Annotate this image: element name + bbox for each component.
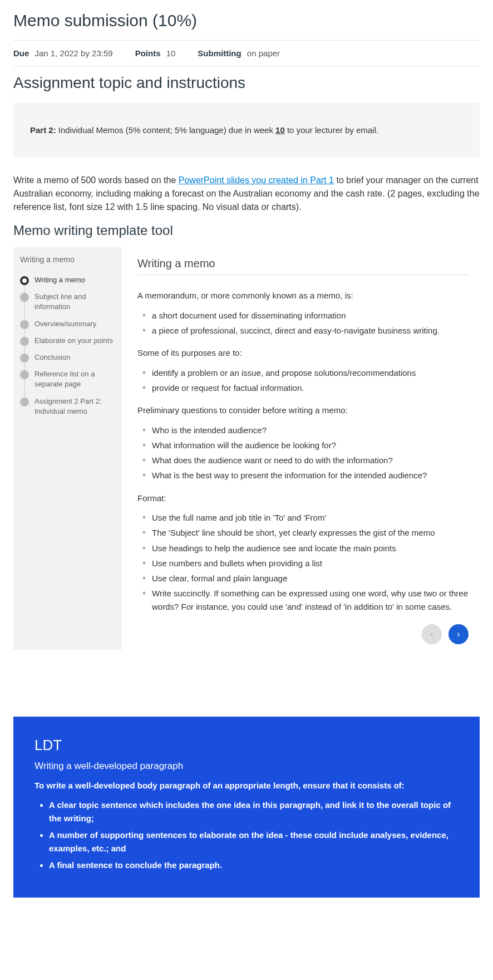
list-item: A number of supporting sentences to elab… (49, 829, 459, 855)
list-item: identify a problem or an issue, and prop… (142, 366, 469, 379)
list-item: Use clear, formal and plain language (142, 572, 469, 585)
list-item: The 'Subject' line should be short, yet … (142, 526, 469, 539)
next-button[interactable]: › (448, 624, 469, 644)
intro-pre: Write a memo of 500 words based on the (13, 175, 179, 185)
tool-nav-label: Writing a memo (34, 275, 85, 285)
list-item: A final sentence to conclude the paragra… (49, 859, 459, 872)
info-box: Part 2: Individual Memos (5% content; 5%… (13, 103, 480, 157)
list-item: What is the best way to present the info… (142, 469, 469, 482)
step-marker-icon (20, 354, 29, 362)
list-item: a piece of professional, succinct, direc… (142, 324, 469, 337)
points-meta: Points 10 (135, 48, 176, 58)
list-item: Use numbers and bullets when providing a… (142, 557, 469, 570)
tool-nav-label: Elaborate on your points (34, 336, 113, 346)
tool-nav-label: Overview/summary (34, 319, 96, 329)
tool-nav-label: Conclusion (34, 352, 70, 362)
list-item: A clear topic sentence which includes th… (49, 798, 459, 825)
ldt-subtitle: Writing a well-developed paragraph (34, 761, 459, 772)
divider (13, 66, 480, 66)
tool-nav-item-overview[interactable]: Overview/summary (20, 316, 115, 332)
submitting-meta: Submitting on paper (198, 48, 280, 58)
tool-nav-label: Assignment 2 Part 2: Individual memo (34, 396, 115, 416)
list-item: Who is the intended audience? (142, 424, 469, 437)
tool-nav: Writing a memo Writing a memo Subject li… (13, 247, 122, 650)
memo-tool: Writing a memo Writing a memo Subject li… (13, 247, 480, 650)
step-marker-icon (20, 276, 29, 285)
list-item: Use the full name and job title in 'To' … (142, 511, 469, 524)
ldt-intro: To write a well-developed body paragraph… (34, 780, 459, 792)
tool-content: Writing a memo A memorandum, or more com… (122, 247, 480, 650)
content-para: Some of its purposes are to: (137, 347, 469, 360)
ldt-list: A clear topic sentence which includes th… (34, 798, 459, 872)
info-text-1: Individual Memos (5% content; 5% languag… (56, 125, 275, 135)
ldt-title: LDT (34, 737, 459, 754)
content-list: identify a problem or an issue, and prop… (142, 366, 469, 395)
list-item: Write succinctly. If something can be ex… (142, 587, 469, 613)
tool-nav-item-conclusion[interactable]: Conclusion (20, 349, 115, 366)
tool-nav-item-assignment[interactable]: Assignment 2 Part 2: Individual memo (20, 393, 115, 420)
content-para: Format: (137, 492, 469, 505)
list-item: What information will the audience be lo… (142, 439, 469, 452)
chevron-left-icon: ‹ (430, 629, 433, 639)
list-item: Use headings to help the audience see an… (142, 542, 469, 555)
chevron-right-icon: › (457, 629, 460, 639)
due-value: Jan 1, 2022 by 23:59 (35, 48, 113, 58)
content-para: A memorandum, or more commonly known as … (137, 290, 469, 302)
content-list: Use the full name and job title in 'To' … (142, 511, 469, 613)
step-marker-icon (20, 337, 29, 346)
tool-nav-item-writing[interactable]: Writing a memo (20, 272, 115, 288)
content-list: Who is the intended audience? What infor… (142, 424, 469, 482)
tool-nav-item-subject[interactable]: Subject line and information (20, 288, 115, 315)
week-number: 10 (275, 125, 285, 135)
step-marker-icon (20, 370, 29, 379)
step-marker-icon (20, 320, 29, 329)
list-item: What does the audience want or need to d… (142, 454, 469, 467)
powerpoint-link[interactable]: PowerPoint slides you created in Part 1 (179, 175, 334, 185)
tool-nav-item-elaborate[interactable]: Elaborate on your points (20, 332, 115, 349)
step-marker-icon (20, 293, 29, 302)
tool-nav-item-reference[interactable]: Reference list on a separate page (20, 366, 115, 393)
instructions-paragraph: Write a memo of 500 words based on the P… (13, 174, 480, 214)
ldt-box: LDT Writing a well-developed paragraph T… (13, 717, 480, 898)
content-list: a short document used for disseminating … (142, 309, 469, 337)
list-item: provide or request for factual informati… (142, 381, 469, 394)
points-value: 10 (166, 48, 176, 58)
submitting-label: Submitting (198, 48, 241, 58)
due-meta: Due Jan 1, 2022 by 23:59 (13, 48, 113, 58)
tool-nav-list: Writing a memo Subject line and informat… (20, 272, 115, 420)
points-label: Points (135, 48, 161, 58)
section-heading: Assignment topic and instructions (13, 74, 480, 92)
part-label: Part 2: (30, 125, 56, 135)
tool-nav-label: Reference list on a separate page (34, 369, 115, 389)
list-item: a short document used for disseminating … (142, 309, 469, 322)
tool-content-title: Writing a memo (137, 257, 469, 275)
submitting-value: on paper (247, 48, 280, 58)
pager: ‹ › (137, 624, 469, 644)
assignment-meta: Due Jan 1, 2022 by 23:59 Points 10 Submi… (13, 41, 480, 66)
tool-nav-label: Subject line and information (34, 292, 115, 312)
due-label: Due (13, 48, 29, 58)
prev-button[interactable]: ‹ (422, 624, 442, 644)
content-para: Preliminary questions to consider before… (137, 404, 469, 417)
page-title: Memo submission (10%) (13, 11, 480, 30)
tool-heading: Memo writing template tool (13, 223, 480, 238)
tool-nav-title: Writing a memo (20, 255, 115, 264)
step-marker-icon (20, 398, 29, 406)
info-text-2: to your lecturer by email. (285, 125, 378, 135)
